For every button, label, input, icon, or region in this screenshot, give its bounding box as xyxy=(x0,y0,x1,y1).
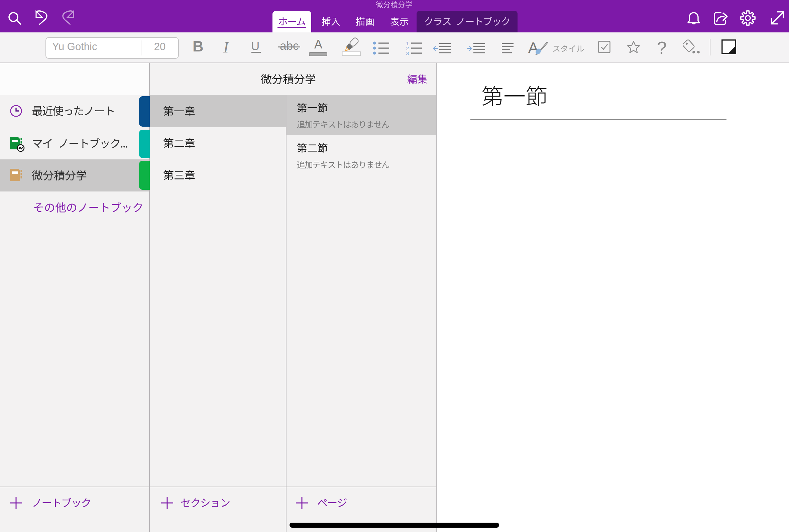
svg-text:3: 3 xyxy=(406,51,409,56)
